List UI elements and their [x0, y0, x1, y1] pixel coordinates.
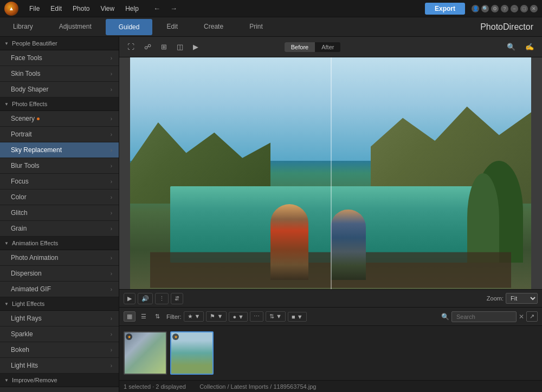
audio-button[interactable]: 🔊 [138, 293, 153, 304]
split-button[interactable]: ⋮ [155, 293, 169, 304]
pan-tool[interactable]: ✍ [521, 40, 538, 54]
collapse-icon: ▼ [4, 102, 9, 107]
redo-button[interactable]: → [166, 2, 181, 15]
chevron-icon: › [111, 71, 112, 77]
section-people-beautifier[interactable]: ▼ People Beautifier [0, 37, 119, 50]
search-input[interactable] [451, 311, 517, 322]
item-label: Bokeh [11, 346, 29, 354]
thumbnail-1[interactable]: ★ [124, 331, 167, 375]
filter-star-btn[interactable]: ★ ▼ [184, 311, 204, 322]
menu-photo[interactable]: Photo [68, 3, 94, 15]
menu-help[interactable]: Help [121, 3, 143, 15]
after-button[interactable]: After [315, 42, 340, 52]
filter-extra-btn[interactable]: ■ ▼ [288, 312, 307, 322]
thumbnail-2[interactable]: ★ [170, 331, 214, 375]
item-label: Dispersion [11, 270, 42, 277]
photo-canvas[interactable] [119, 57, 542, 289]
section-label: Improve/Remove [12, 377, 57, 383]
tab-edit[interactable]: Edit [153, 18, 191, 36]
filmstrip-grid-btn[interactable]: ▦ [124, 311, 136, 322]
before-after-toggle: Before After [285, 42, 341, 52]
nav-tabs: Library Adjustment Guided Edit Create Pr… [0, 17, 542, 37]
expand-button[interactable]: ↗ [526, 311, 538, 322]
item-label: Portrait [11, 130, 32, 138]
section-animation-effects[interactable]: ▼ Animation Effects [0, 237, 119, 250]
sidebar-item-grain[interactable]: Grain › [0, 221, 119, 237]
sidebar-item-color[interactable]: Color › [0, 190, 119, 205]
tool-fit[interactable]: ☍ [140, 40, 155, 54]
content-area: ⛶ ☍ ⊞ ◫ ▶ Before After 🔍 ✍ [119, 37, 542, 392]
question-icon[interactable]: ? [501, 5, 508, 12]
sidebar-item-sky-replacement[interactable]: Sky Replacement › [0, 142, 119, 158]
section-improve-remove[interactable]: ▼ Improve/Remove [0, 374, 119, 387]
search-icon[interactable]: 🔍 [481, 5, 489, 12]
sidebar-item-face-tools[interactable]: Face Tools › [0, 50, 119, 66]
maximize-icon[interactable]: □ [520, 5, 528, 12]
undo-button[interactable]: ← [150, 2, 164, 15]
item-label: Skin Tools [11, 70, 40, 77]
sidebar-item-skin-tools[interactable]: Skin Tools › [0, 66, 119, 82]
tab-adjustment[interactable]: Adjustment [46, 18, 105, 36]
sidebar-item-glitch[interactable]: Glitch › [0, 205, 119, 221]
item-label: Blur Tools [11, 162, 39, 169]
item-label: Sky Replacement [11, 146, 62, 154]
settings-icon[interactable]: ⚙ [491, 5, 499, 12]
filter-sort2-btn[interactable]: ⇅ ▼ [266, 311, 286, 322]
menu-view[interactable]: View [96, 3, 119, 15]
sidebar-item-light-hits[interactable]: Light Hits › [0, 358, 119, 374]
filter-more-btn[interactable]: ⋯ [250, 311, 263, 322]
export-button[interactable]: Export [425, 3, 465, 15]
user-icon[interactable]: 👤 [472, 5, 479, 12]
filmstrip: ★ ★ [119, 326, 542, 380]
filmstrip-sort-btn[interactable]: ⇅ [152, 311, 163, 322]
tab-create[interactable]: Create [191, 18, 236, 36]
collapse-icon: ▼ [4, 241, 9, 246]
menu-file[interactable]: File [25, 3, 44, 15]
chevron-icon: › [111, 132, 112, 138]
tool-grid[interactable]: ⊞ [157, 40, 171, 54]
zoom-tool[interactable]: 🔍 [503, 40, 519, 54]
chevron-icon: › [111, 116, 112, 122]
chevron-icon: › [111, 163, 112, 169]
sidebar-item-blur-tools[interactable]: Blur Tools › [0, 158, 119, 174]
new-dot [37, 117, 40, 120]
top-bar: ▲ File Edit Photo View Help ← → Export 👤… [0, 0, 542, 17]
filter-flag-btn[interactable]: ⚑ ▼ [206, 311, 227, 322]
tab-print[interactable]: Print [236, 18, 276, 36]
minimize-icon[interactable]: − [511, 5, 518, 12]
sidebar-item-portrait[interactable]: Portrait › [0, 127, 119, 142]
sidebar-item-animated-gif[interactable]: Animated GIF › [0, 282, 119, 297]
sidebar-item-dispersion[interactable]: Dispersion › [0, 266, 119, 282]
sidebar-item-bokeh[interactable]: Bokeh › [0, 342, 119, 358]
before-button[interactable]: Before [285, 42, 315, 52]
sidebar-item-sparkle[interactable]: Sparkle › [0, 326, 119, 342]
sidebar-item-focus[interactable]: Focus › [0, 174, 119, 190]
section-photo-effects[interactable]: ▼ Photo Effects [0, 97, 119, 111]
merge-button[interactable]: ⇵ [171, 293, 183, 304]
tool-fullscreen[interactable]: ⛶ [124, 40, 138, 54]
chevron-icon: › [111, 316, 112, 322]
tool-extra[interactable]: ▶ [189, 40, 202, 54]
chevron-icon: › [111, 210, 112, 216]
sidebar-item-light-rays[interactable]: Light Rays › [0, 311, 119, 326]
play-button[interactable]: ▶ [124, 293, 136, 304]
section-light-effects[interactable]: ▼ Light Effects [0, 297, 119, 311]
tab-guided[interactable]: Guided [106, 19, 153, 35]
close-icon[interactable]: ✕ [530, 5, 538, 12]
section-label: Animation Effects [12, 240, 58, 246]
menu-edit[interactable]: Edit [46, 3, 66, 15]
bottom-controls: ▶ 🔊 ⋮ ⇵ Zoom: Fit 25% 50% 100% 200% [119, 289, 542, 308]
zoom-select[interactable]: Fit 25% 50% 100% 200% [506, 293, 538, 304]
filter-color-btn[interactable]: ● ▼ [229, 312, 248, 322]
sidebar-item-body-shaper[interactable]: Body Shaper › [0, 82, 119, 97]
sidebar-item-denoise[interactable]: Denoise › [0, 387, 119, 392]
chevron-icon: › [111, 55, 112, 61]
section-label: People Beautifier [12, 40, 57, 47]
sidebar-item-photo-animation[interactable]: Photo Animation › [0, 250, 119, 266]
tab-library[interactable]: Library [0, 18, 46, 36]
filmstrip-list-btn[interactable]: ☰ [138, 311, 150, 322]
sidebar-item-scenery[interactable]: Scenery › [0, 111, 119, 127]
tool-compare[interactable]: ◫ [173, 40, 187, 54]
section-label: Light Effects [12, 300, 44, 307]
search-clear-button[interactable]: ✕ [519, 313, 524, 321]
